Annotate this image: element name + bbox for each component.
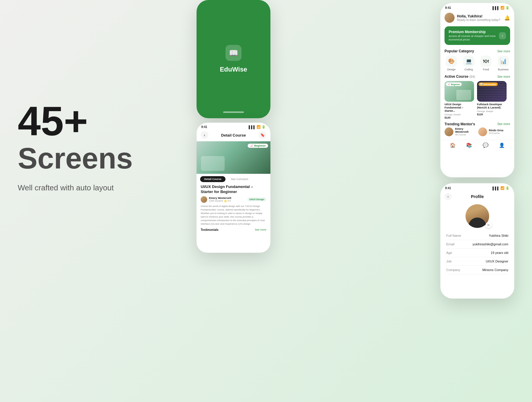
time-display: 9:41	[445, 6, 451, 9]
email-value: yukihirashiki@gmail.com	[473, 242, 508, 246]
book-icon: 📖	[229, 48, 238, 58]
category-design[interactable]: 🎨 Design	[444, 56, 459, 71]
coding-label: Coding	[464, 68, 473, 71]
chart-up-icon: 📈	[448, 83, 450, 85]
image-overlay: 📈 Beginner	[197, 141, 270, 174]
trending-title: Trending Mentor's	[445, 122, 475, 126]
course-scroll: 📈 Beginner UI/UX Design Fundamental – St…	[440, 80, 514, 120]
phone-profile: 9:41 ▌▌▌ 📶 🔋 ‹ Profile ✏ Full Name Yukih…	[440, 183, 514, 299]
bottom-nav: 🏠 📚 💬 👤	[440, 140, 514, 150]
see-more-mentors[interactable]: See more	[497, 122, 510, 126]
signal-4: ▌▌▌	[493, 187, 499, 190]
profile-fields: Full Name Yukihira Shiki Email yukihiras…	[440, 231, 514, 274]
premium-text: Premium Membership access all courses at…	[449, 30, 497, 41]
active-course-header: Active Course (64) See more	[440, 73, 514, 80]
course-card-1[interactable]: 📈 Beginner UI/UX Design Fundamental – St…	[445, 81, 474, 119]
popular-category-header: Popular Category See more	[440, 47, 514, 54]
age-value: 19 years old	[491, 251, 508, 255]
premium-banner[interactable]: Premium Membership access all courses at…	[445, 26, 510, 45]
chart-icon: 📈	[250, 144, 253, 147]
course-full-title: UI/UX Design Fundamental – Starter for B…	[197, 183, 270, 196]
instructor-row: Emery Westervelt 1200 Student ⭐ 4.9 UI/U…	[197, 196, 270, 205]
mentor-name-2: Rindo Orna	[489, 129, 503, 132]
course-name-2: Fullstack Developer (NextJS & Laravel)	[477, 103, 507, 109]
nav-book[interactable]: 📚	[466, 142, 472, 148]
app-title: EduWise	[220, 66, 247, 73]
greeting-name: Holla, Yukihira!	[457, 14, 502, 18]
description-text: Well crafted with auto layout	[18, 183, 133, 192]
greeting-text: Holla, Yukihira! Ready to learn somethin…	[457, 14, 502, 22]
field-age: Age 19 years old	[446, 249, 508, 257]
coding-icon: 💻	[463, 56, 474, 67]
nav-chat[interactable]: 💬	[483, 142, 489, 148]
instructor-sub: 1200 Student ⭐ 4.9	[209, 200, 246, 202]
status-icons-4: ▌▌▌ 📶 🔋	[493, 186, 510, 190]
fullname-label: Full Name	[446, 234, 461, 237]
notification-bell-icon[interactable]: 🔔	[504, 15, 510, 21]
category-badge: UI/UX Design	[247, 197, 266, 201]
wifi-icon: 📶	[257, 125, 261, 129]
premium-title: Premium Membership	[449, 30, 497, 34]
back-button[interactable]: ‹	[201, 131, 208, 139]
see-more-testimonials[interactable]: See more	[255, 228, 266, 231]
wifi-indicator: 📶	[500, 6, 505, 10]
mentor-2[interactable]: Rindo Orna 23 Course	[478, 127, 510, 136]
mentor-info-1: Emery Westervelt 46 Course	[455, 127, 476, 136]
avatar-body	[468, 218, 486, 228]
edit-avatar-button[interactable]: ✏	[486, 222, 492, 228]
active-course-title: Active Course (64)	[445, 74, 475, 79]
nav-profile[interactable]: 👤	[499, 142, 505, 148]
signal-icon: ▌▌▌	[249, 125, 256, 129]
testimonials-label: Testimonials	[201, 228, 218, 231]
category-business[interactable]: 📊 Business	[496, 56, 511, 71]
course-thumb-1: 📈 Beginner	[445, 81, 474, 102]
instructor-info: Emery Westervelt 1200 Student ⭐ 4.9	[209, 197, 246, 202]
battery-indicator: 🔋	[505, 6, 510, 10]
battery-4: 🔋	[505, 186, 510, 190]
signal-bars: ▌▌▌	[493, 6, 499, 10]
phone-detail-course: 9:41 ▌▌▌ 📶 🔋 ‹ Detail Course 🔖 📈 Beginne…	[197, 123, 270, 253]
category-row: 🎨 Design 💻 Coding 🍽 Food 📊 Business	[440, 54, 514, 73]
premium-arrow-icon: ›	[499, 32, 506, 39]
wifi-4: 📶	[500, 186, 505, 190]
profile-avatar-section: ✏	[440, 202, 514, 231]
see-more-courses[interactable]: See more	[497, 75, 510, 78]
mentor-1[interactable]: Emery Westervelt 46 Course	[445, 127, 476, 136]
mentor-avatar-2	[478, 127, 487, 136]
tab-curriculum[interactable]: See Curiculum	[228, 176, 251, 182]
beginner-badge: 📈 Beginner	[248, 144, 268, 148]
field-fullname: Full Name Yukihira Shiki	[446, 231, 508, 240]
instructor-avatar	[201, 196, 207, 203]
instructor-name: Emery Westervelt	[209, 197, 246, 200]
greeting-subtitle: Ready to learn something today?	[457, 18, 502, 22]
course-price-1: $120	[445, 116, 474, 119]
field-company: Company Minions Company	[446, 266, 508, 274]
profile-back-button[interactable]: ‹	[445, 193, 452, 200]
see-more-categories[interactable]: See more	[497, 50, 510, 53]
code-decoration	[477, 81, 507, 102]
email-label: Email	[446, 242, 455, 246]
field-email: Email yukihirashiki@gmail.com	[446, 240, 508, 249]
course-author-1: George Joseph	[445, 113, 474, 116]
category-food[interactable]: 🍽 Food	[479, 56, 493, 71]
home-indicator	[223, 111, 244, 113]
course-name-1: UI/UX Design Fundamental – Starter...	[445, 103, 474, 112]
job-value: UI/UX Designer	[486, 260, 508, 263]
course-thumb-2: 📊 Intermediate	[477, 81, 507, 102]
category-coding[interactable]: 💻 Coding	[461, 56, 476, 71]
rating-value: 4.9	[228, 200, 231, 202]
user-avatar	[445, 13, 455, 23]
nav-home[interactable]: 🏠	[450, 142, 456, 148]
mentor-courses-1: 46 Course	[455, 133, 476, 136]
bookmark-button[interactable]: 🔖	[259, 131, 266, 139]
status-bar-4: 9:41 ▌▌▌ 📶 🔋	[440, 183, 514, 191]
company-value: Minions Company	[482, 268, 508, 272]
company-label: Company	[446, 268, 460, 272]
tab-detail[interactable]: Detail Course	[200, 176, 226, 182]
field-job: Job UI/UX Designer	[446, 257, 508, 266]
course-card-2[interactable]: 📊 Intermediate Fullstack Developer (Next…	[477, 81, 507, 119]
status-time: 9:41	[201, 125, 207, 129]
active-course-count: (64)	[469, 75, 475, 78]
greeting-row: Holla, Yukihira! Ready to learn somethin…	[440, 11, 514, 25]
job-label: Job	[446, 260, 452, 263]
